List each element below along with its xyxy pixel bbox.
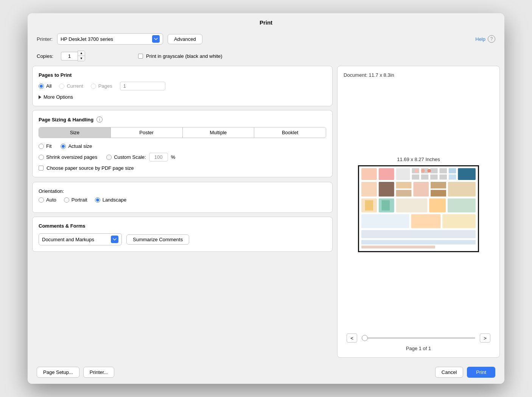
orientation-radio-group: Auto Portrait Landscape <box>39 197 326 203</box>
scale-unit: % <box>171 154 176 160</box>
help-link[interactable]: Help <box>475 36 485 42</box>
page-sizing-title: Page Sizing & Handling <box>39 117 93 123</box>
landscape-label: Landscape <box>103 197 127 203</box>
svg-rect-31 <box>361 230 476 238</box>
title-text: Print <box>260 19 272 26</box>
svg-rect-27 <box>448 198 476 212</box>
scale-input[interactable] <box>149 153 168 161</box>
more-options-arrow <box>39 95 41 99</box>
comments-dropdown-arrow <box>111 236 118 243</box>
printer-button[interactable]: Printer... <box>83 367 114 378</box>
help-icon[interactable]: ? <box>488 35 495 43</box>
shrink-option[interactable]: Shrink oversized pages <box>39 154 97 160</box>
custom-scale-option[interactable]: Custom Scale: <box>106 154 146 160</box>
comments-dropdown[interactable]: Document and Markups <box>39 233 122 245</box>
copies-input[interactable] <box>61 52 78 60</box>
custom-scale-label: Custom Scale: <box>114 154 146 160</box>
sizing-options: Fit Actual size Shrink oversized pages <box>39 143 326 171</box>
document-info: Document: 11.7 x 8.3in <box>344 72 394 78</box>
preview-size: 11.69 x 8.27 Inches <box>397 157 440 162</box>
grayscale-row: Print in grayscale (black and white) <box>138 53 222 59</box>
printer-dropdown[interactable]: HP DeskJet 3700 series <box>57 33 163 45</box>
landscape-radio[interactable] <box>95 197 100 203</box>
portrait-radio[interactable] <box>64 197 69 203</box>
all-radio[interactable] <box>39 84 44 89</box>
prev-page-button[interactable]: < <box>347 333 357 343</box>
custom-scale-radio[interactable] <box>106 155 112 160</box>
summarize-button[interactable]: Summarize Comments <box>126 234 189 245</box>
slider-thumb <box>362 335 368 341</box>
auto-label: Auto <box>46 197 56 203</box>
svg-rect-5 <box>412 174 419 180</box>
svg-rect-7 <box>421 174 428 180</box>
fit-radio[interactable] <box>39 144 44 149</box>
svg-point-34 <box>415 169 418 172</box>
svg-rect-8 <box>430 168 437 173</box>
svg-rect-33 <box>382 200 390 210</box>
pages-radio-group: All Current Pages <box>39 82 326 90</box>
current-option[interactable]: Current <box>59 83 83 89</box>
copies-down-button[interactable]: ▼ <box>78 56 85 61</box>
page-setup-button[interactable]: Page Setup... <box>37 367 79 378</box>
svg-rect-21 <box>431 190 446 197</box>
fit-actual-row: Fit Actual size <box>39 143 326 149</box>
pages-input[interactable] <box>120 82 165 90</box>
all-option[interactable]: All <box>39 83 51 89</box>
svg-rect-3 <box>396 168 410 180</box>
auto-radio[interactable] <box>39 197 44 203</box>
preview-image <box>358 165 479 252</box>
portrait-option[interactable]: Portrait <box>64 197 87 203</box>
next-page-button[interactable]: > <box>480 333 490 343</box>
comments-section: Comments & Forms Document and Markups Su… <box>32 217 333 252</box>
more-options-label: More Options <box>44 94 73 100</box>
shrink-radio[interactable] <box>39 155 44 160</box>
all-label: All <box>46 83 51 89</box>
dialog-title: Print <box>28 13 504 30</box>
pages-radio[interactable] <box>91 84 96 89</box>
svg-rect-18 <box>396 190 412 197</box>
paper-source-checkbox[interactable] <box>39 166 44 171</box>
actual-size-option[interactable]: Actual size <box>61 143 92 149</box>
tab-booklet[interactable]: Booklet <box>254 127 326 138</box>
info-icon[interactable]: i <box>96 116 103 123</box>
more-options[interactable]: More Options <box>39 94 326 100</box>
page-slider[interactable] <box>362 337 475 339</box>
page-sizing-section: Page Sizing & Handling i Size Poster Mul… <box>32 110 333 177</box>
copies-up-button[interactable]: ▲ <box>78 51 85 56</box>
svg-rect-30 <box>442 214 476 228</box>
svg-rect-22 <box>448 181 476 196</box>
auto-option[interactable]: Auto <box>39 197 56 203</box>
paper-source-row: Choose paper source by PDF page size <box>39 165 326 171</box>
sizing-tabs: Size Poster Multiple Booklet <box>39 127 326 138</box>
preview-panel: Document: 11.7 x 8.3in 11.69 x 8.27 Inch… <box>337 66 500 358</box>
copies-input-wrap: ▲ ▼ <box>61 51 85 61</box>
cancel-button[interactable]: Cancel <box>435 367 463 378</box>
svg-rect-1 <box>361 168 377 180</box>
svg-rect-20 <box>431 181 446 188</box>
svg-point-35 <box>421 169 425 172</box>
svg-rect-19 <box>413 181 429 196</box>
printer-label: Printer: <box>37 36 53 42</box>
grayscale-checkbox[interactable] <box>138 54 143 59</box>
pages-title: Pages to Print <box>39 72 326 78</box>
advanced-button[interactable]: Advanced <box>168 34 202 44</box>
landscape-option[interactable]: Landscape <box>95 197 127 203</box>
preview-svg <box>359 166 478 251</box>
top-controls: Printer: HP DeskJet 3700 series Advanced… <box>28 30 504 49</box>
pages-option[interactable]: Pages <box>91 83 112 89</box>
paper-source-label: Choose paper source by PDF page size <box>47 165 134 171</box>
tab-multiple[interactable]: Multiple <box>183 127 255 138</box>
tab-size[interactable]: Size <box>39 127 111 138</box>
print-button[interactable]: Print <box>467 367 495 378</box>
actual-size-radio[interactable] <box>61 144 66 149</box>
current-radio[interactable] <box>59 84 64 89</box>
tab-poster[interactable]: Poster <box>111 127 183 138</box>
custom-scale-row: Custom Scale: % <box>106 153 175 161</box>
fit-option[interactable]: Fit <box>39 143 51 149</box>
portrait-label: Portrait <box>72 197 87 203</box>
comments-controls: Document and Markups Summarize Comments <box>39 233 326 245</box>
svg-rect-37 <box>361 240 476 244</box>
svg-rect-2 <box>379 168 394 180</box>
current-label: Current <box>67 83 83 89</box>
copies-row: Copies: ▲ ▼ Print in grayscale (black an… <box>28 49 504 66</box>
